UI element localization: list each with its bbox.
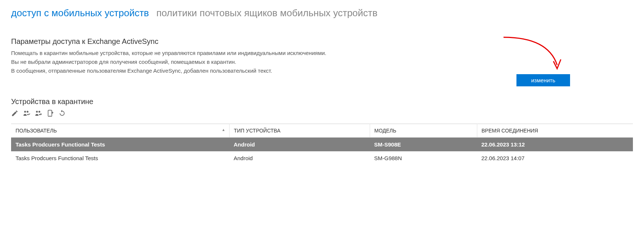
refresh-icon[interactable] [58, 110, 66, 117]
edit-button[interactable]: изменить [516, 74, 570, 86]
svg-point-3 [38, 111, 40, 113]
cell-type: Android [229, 138, 370, 152]
cell-user: Tasks Prodcuers Functional Tests [11, 138, 229, 152]
cell-model: SM-S908E [370, 138, 477, 152]
svg-point-1 [27, 111, 28, 113]
table-row[interactable]: Tasks Prodcuers Functional TestsAndroidS… [11, 151, 633, 165]
settings-header: Параметры доступа к Exchange ActiveSync [11, 37, 633, 46]
allow-users-icon[interactable] [23, 110, 30, 117]
svg-point-2 [36, 111, 38, 113]
quarantine-header: Устройства в карантине [11, 97, 633, 106]
settings-text-1: Помещать в карантин мобильные устройства… [11, 49, 633, 58]
quarantine-table: ПОЛЬЗОВАТЕЛЬ ▲ ТИП УСТРОЙСТВА МОДЕЛЬ ВРЕ… [11, 124, 633, 165]
cell-model: SM-G988N [370, 151, 477, 165]
table-row[interactable]: Tasks Prodcuers Functional TestsAndroidS… [11, 138, 633, 152]
settings-text-2: Вы не выбрали администраторов для получе… [11, 58, 633, 66]
column-header-type[interactable]: ТИП УСТРОЙСТВА [229, 124, 370, 138]
cell-time: 22.06.2023 14:07 [477, 151, 633, 165]
cell-time: 22.06.2023 13:12 [477, 138, 633, 152]
column-header-time[interactable]: ВРЕМЯ СОЕДИНЕНИЯ [477, 124, 633, 138]
sort-asc-icon: ▲ [222, 128, 226, 132]
block-users-icon[interactable] [35, 110, 42, 117]
column-user-label: ПОЛЬЗОВАТЕЛЬ [16, 128, 57, 134]
edit-icon[interactable] [11, 110, 18, 117]
cell-type: Android [229, 151, 370, 165]
column-header-model[interactable]: МОДЕЛЬ [370, 124, 477, 138]
svg-point-5 [50, 115, 50, 116]
cell-user: Tasks Prodcuers Functional Tests [11, 151, 229, 165]
device-rule-icon[interactable] [47, 110, 54, 117]
column-header-user[interactable]: ПОЛЬЗОВАТЕЛЬ ▲ [11, 124, 229, 138]
tab-mailbox-policies[interactable]: политики почтовых ящиков мобильных устро… [156, 7, 377, 19]
svg-point-0 [24, 111, 26, 113]
tab-mobile-access[interactable]: доступ с мобильных устройств [11, 7, 149, 19]
